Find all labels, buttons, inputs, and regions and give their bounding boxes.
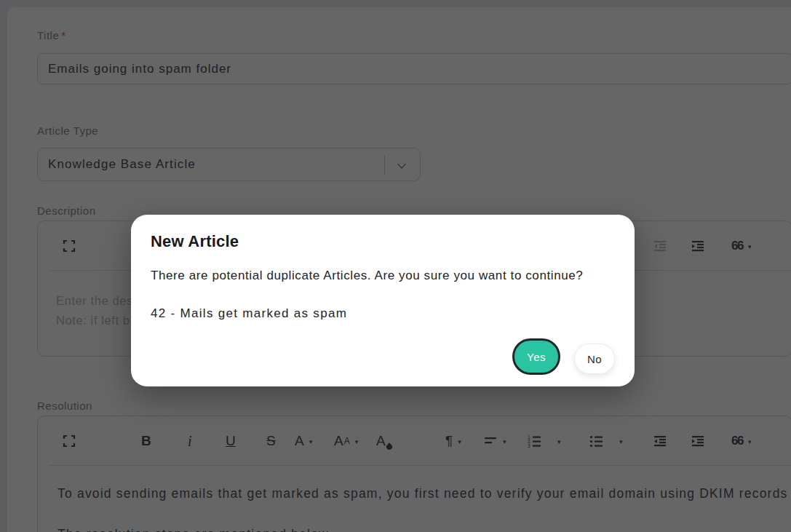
yes-button[interactable]: Yes [512,338,560,375]
modal-title: New Article [151,232,239,251]
duplicate-article-item[interactable]: 42 - Mails get marked as spam [151,306,347,321]
new-article-form-page: Title* Emails going into spam folder Art… [0,0,791,532]
modal-message: There are potential duplicate Articles. … [151,269,583,283]
no-button[interactable]: No [574,344,615,374]
duplicate-articles-modal: New Article There are potential duplicat… [131,215,635,386]
